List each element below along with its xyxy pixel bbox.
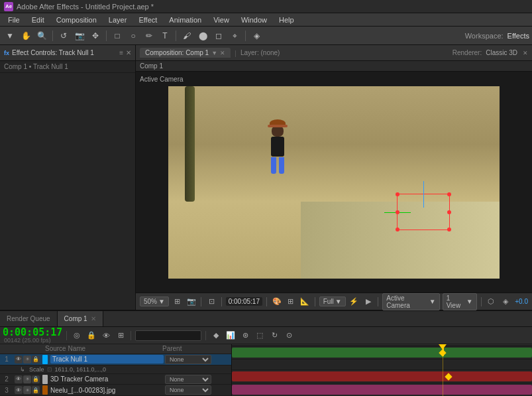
tool-mask-rect[interactable]: □ (110, 29, 125, 43)
layer-3-eye[interactable]: 👁 (15, 386, 23, 394)
layer-row[interactable]: 1 👁 ☀ 🔒 Track Null 1 None (0, 354, 231, 365)
snapshot-btn[interactable]: 📷 (186, 296, 197, 308)
view-layout-dropdown-icon[interactable]: ▼ (466, 298, 473, 305)
layer-1-solo[interactable]: ☀ (23, 356, 31, 363)
menu-composition[interactable]: Composition (51, 15, 102, 25)
layer-3-parent-select[interactable]: None (165, 385, 211, 395)
menu-help[interactable]: Help (274, 15, 299, 25)
time-counter-area: 0:00:05:17 00142 (25.00 fps) (3, 328, 62, 344)
tool-select[interactable]: ▼ (3, 29, 17, 43)
layer-row[interactable]: 3 👁 ☀ 🔒 Neelu_[...0-00283].jpg None (0, 385, 231, 396)
layer-1-parent-select[interactable]: None (165, 355, 211, 364)
track-row-2[interactable] (232, 370, 532, 383)
timeline-search[interactable] (135, 330, 201, 341)
sub-value[interactable]: 1611.0, 1611.0,...,0 (55, 366, 107, 373)
comp-tab-close[interactable]: ✕ (220, 50, 225, 56)
track-row-1[interactable] (232, 346, 532, 360)
render-btn[interactable]: ▶ (362, 296, 374, 308)
tool-puppet[interactable]: ◈ (249, 29, 264, 43)
tool-stamp[interactable]: ⬤ (195, 29, 210, 43)
time-counter[interactable]: 0:00:05:17 (3, 328, 62, 338)
menu-animation[interactable]: Animation (164, 15, 207, 25)
tracker-corner-mr[interactable] (447, 210, 451, 214)
tl-btn-shy[interactable]: 👁 (100, 330, 112, 342)
effect-controls-tab[interactable]: Effect Controls: Track Null 1 (12, 49, 117, 56)
fit-to-comp-btn[interactable]: ⊞ (172, 296, 183, 308)
render-queue-tab[interactable]: Render Queue (0, 311, 58, 326)
comp-viewer[interactable]: Active Camera (136, 72, 532, 293)
show-snapshot-btn[interactable]: ⊡ (205, 296, 217, 308)
zoom-level-btn[interactable]: 50% ▼ (140, 297, 169, 306)
view-layout-btn[interactable]: 1 View ▼ (443, 293, 477, 310)
tool-camera[interactable]: 📷 (72, 29, 87, 43)
tl-btn-collapse[interactable]: ⊞ (115, 330, 127, 342)
layer-2-lock[interactable]: 🔒 (32, 375, 40, 383)
layer-2-parent-select[interactable]: None (165, 375, 211, 384)
tool-brush[interactable]: 🖌 (180, 29, 194, 43)
layer-2-solo[interactable]: ☀ (23, 375, 31, 383)
playhead-marker[interactable] (439, 344, 447, 350)
menu-edit[interactable]: Edit (27, 15, 50, 25)
camera-view-dropdown-icon[interactable]: ▼ (429, 298, 436, 305)
close-comp-icon[interactable]: ✕ (523, 50, 528, 56)
tl-btn-chart[interactable]: 📊 (225, 330, 237, 342)
comp1-tab[interactable]: Comp 1 ✕ (58, 311, 103, 326)
tracker-corner-br[interactable] (447, 228, 451, 231)
workspace-name[interactable]: Effects (507, 32, 529, 40)
menu-layer[interactable]: Layer (103, 15, 133, 25)
draft-3d-btn[interactable]: ◈ (500, 296, 511, 308)
layer-3-name[interactable]: Neelu_[...0-00283].jpg (50, 387, 164, 394)
tracker-corner-bl[interactable] (396, 228, 399, 231)
tool-hand[interactable]: ✋ (19, 29, 33, 43)
tracker-box[interactable] (397, 194, 450, 230)
tracker-corner-ml[interactable] (396, 210, 399, 214)
layer-row[interactable]: 2 👁 ☀ 🔒 3D Tracker Camera None (0, 374, 231, 385)
tl-btn-motion-blur[interactable]: ⊛ (239, 330, 251, 342)
tool-rotate[interactable]: ↺ (56, 29, 71, 43)
tl-btn-draft[interactable]: ⊙ (283, 330, 295, 342)
layer-1-lock[interactable]: 🔒 (32, 356, 40, 363)
tool-pan[interactable]: ✥ (88, 29, 103, 43)
tl-btn-add-marker[interactable]: ◆ (210, 330, 222, 342)
comp1-tab-close[interactable]: ✕ (91, 315, 96, 322)
quality-btn[interactable]: Full ▼ (319, 297, 346, 306)
panel-close-icon[interactable]: ✕ (126, 49, 131, 56)
comp-tab-arrow[interactable]: ▼ (211, 50, 217, 56)
panel-menu-icon[interactable]: ≡ (119, 49, 123, 56)
tl-btn-live-update[interactable]: ↻ (268, 330, 280, 342)
color-picker-btn[interactable]: 🎨 (271, 296, 282, 308)
layer-3-solo[interactable]: ☀ (23, 386, 31, 394)
tl-btn-solo[interactable]: ◎ (71, 330, 83, 342)
layer-1-name[interactable]: Track Null 1 (50, 355, 164, 363)
layer-2-name[interactable]: 3D Tracker Camera (50, 375, 164, 383)
layer-1-eye[interactable]: 👁 (15, 356, 23, 363)
comp-tab[interactable]: Composition: Comp 1 ▼ ✕ (140, 48, 231, 58)
track-row-3[interactable] (232, 383, 532, 396)
tool-pen[interactable]: ✏ (142, 29, 156, 43)
menu-window[interactable]: Window (236, 15, 272, 25)
3d-view-btn[interactable]: ⬡ (486, 296, 497, 308)
quality-dropdown-icon[interactable]: ▼ (335, 298, 342, 305)
tool-text[interactable]: T (158, 29, 172, 43)
tracker-corner-tl[interactable] (396, 192, 399, 196)
tool-roto[interactable]: ⌖ (227, 29, 242, 43)
grid-btn[interactable]: ⊞ (285, 296, 296, 308)
layer-3-lock[interactable]: 🔒 (32, 386, 40, 394)
camera-view-btn[interactable]: Active Camera ▼ (382, 293, 439, 310)
menu-effect[interactable]: Effect (133, 15, 162, 25)
zoom-dropdown-icon[interactable]: ▼ (158, 298, 165, 305)
menu-view[interactable]: View (208, 15, 235, 25)
renderer-label: Renderer: (452, 49, 482, 56)
tool-mask-ellipse[interactable]: ○ (126, 29, 140, 43)
tl-btn-lock[interactable]: 🔒 (85, 330, 97, 342)
time-display[interactable]: 0:00:05:17 (226, 297, 262, 306)
tool-eraser[interactable]: ◻ (211, 29, 226, 43)
fast-preview-btn[interactable]: ⚡ (348, 296, 360, 308)
tl-btn-frame-blend[interactable]: ⬚ (254, 330, 266, 342)
tool-zoom[interactable]: 🔍 (34, 29, 49, 43)
menu-file[interactable]: File (3, 15, 25, 25)
guides-btn[interactable]: 📐 (299, 296, 310, 308)
layer-2-eye[interactable]: 👁 (15, 375, 23, 383)
renderer-value[interactable]: Classic 3D (486, 49, 517, 56)
tracker-corner-tr[interactable] (447, 192, 451, 196)
